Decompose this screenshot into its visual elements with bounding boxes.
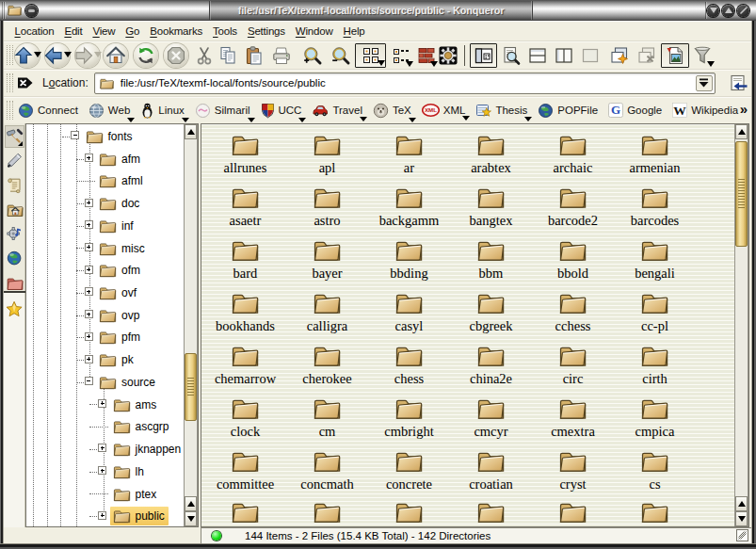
menu-bookmarks[interactable]: Bookmarks xyxy=(145,24,208,39)
folder-clipped[interactable] xyxy=(614,498,696,525)
folder-cmextra[interactable]: cmextra xyxy=(532,395,614,440)
folder-cryst[interactable]: cryst xyxy=(532,447,614,492)
close-button[interactable] xyxy=(737,5,749,17)
folder-chemarrow[interactable]: chemarrow xyxy=(204,342,286,387)
sidebar-tab-services[interactable] xyxy=(5,223,24,246)
menu-help[interactable]: Help xyxy=(338,24,370,39)
cut-button[interactable] xyxy=(193,43,216,68)
folder-clipped[interactable] xyxy=(368,498,450,525)
scrollbar-thumb[interactable] xyxy=(185,353,197,421)
folder-bbding[interactable]: bbding xyxy=(368,236,450,282)
tree-item-public[interactable]: public xyxy=(26,505,187,526)
folder-casyl[interactable]: casyl xyxy=(368,289,450,334)
clear-location-button[interactable] xyxy=(15,73,36,93)
tree-item-fonts[interactable]: fonts xyxy=(26,125,187,148)
folder-bard[interactable]: bard xyxy=(204,236,286,282)
window-menu-folder-icon[interactable] xyxy=(7,3,23,17)
bookmark-google[interactable]: GGoogle xyxy=(605,101,665,120)
view-scrollbar[interactable] xyxy=(734,124,748,526)
location-input[interactable]: file:/usr/TeX/texmf-local/fonts/source/p… xyxy=(94,73,716,94)
bookmark-xml[interactable]: XMLXML xyxy=(419,102,469,119)
folder-committee[interactable]: committee xyxy=(204,447,286,492)
folder-bengali[interactable]: bengali xyxy=(614,236,696,282)
folder-china2e[interactable]: china2e xyxy=(450,342,532,387)
sidebar-tab-devices[interactable] xyxy=(5,150,24,172)
bookmark-web[interactable]: Web xyxy=(86,101,133,121)
sidebar-tab-network[interactable] xyxy=(5,248,24,270)
split-view-horizontal-button[interactable] xyxy=(525,43,550,68)
print-button[interactable] xyxy=(268,43,295,68)
folder-asaetr[interactable]: asaetr xyxy=(204,184,286,229)
zoom-in-button[interactable] xyxy=(298,43,327,68)
tree-item-inf[interactable]: inf xyxy=(26,215,187,237)
folder-arabtex[interactable]: arabtex xyxy=(450,131,532,176)
tree-item-ofm[interactable]: ofm xyxy=(26,259,187,282)
menu-view[interactable]: View xyxy=(88,24,121,39)
folder-chess[interactable]: chess xyxy=(368,342,450,387)
bookmark-connect[interactable]: Connect xyxy=(15,101,81,121)
konqueror-gear-button[interactable] xyxy=(437,43,459,68)
expand-toggle[interactable] xyxy=(98,399,106,408)
expand-toggle[interactable] xyxy=(85,243,93,251)
location-dropdown-button[interactable] xyxy=(696,75,713,91)
folder-cmpica[interactable]: cmpica xyxy=(614,395,696,440)
paste-button[interactable] xyxy=(242,43,266,68)
folder-bbm[interactable]: bbm xyxy=(450,236,532,282)
image-preview-button[interactable] xyxy=(661,43,689,68)
tree-item-jknappen[interactable]: jknappen xyxy=(26,438,187,460)
tree-scrollbar[interactable] xyxy=(184,124,198,526)
folder-apl[interactable]: apl xyxy=(286,131,368,176)
menu-tools[interactable]: Tools xyxy=(208,24,243,39)
folder-backgamm[interactable]: backgamm xyxy=(368,184,450,229)
filter-button[interactable] xyxy=(689,43,715,68)
folder-bayer[interactable]: bayer xyxy=(286,236,368,282)
folder-bookhands[interactable]: bookhands xyxy=(204,289,286,334)
zoom-out-button[interactable] xyxy=(329,43,353,68)
folder-cm[interactable]: cm xyxy=(286,395,368,440)
menu-location[interactable]: Location xyxy=(9,24,59,39)
folder-clock[interactable]: clock xyxy=(204,395,286,440)
tree-item-lh[interactable]: lh xyxy=(26,460,187,483)
linked-view-checkbox-icon[interactable] xyxy=(736,529,748,541)
folder-clipped[interactable] xyxy=(450,498,532,525)
bookmark-popfile[interactable]: POPFile xyxy=(535,101,601,121)
folder-concrete[interactable]: concrete xyxy=(368,447,450,492)
tree-item-source[interactable]: source xyxy=(26,371,187,394)
folder-barcode2[interactable]: barcode2 xyxy=(532,184,614,229)
up-button[interactable] xyxy=(12,43,42,68)
scroll-up-button[interactable] xyxy=(185,124,197,139)
expand-toggle[interactable] xyxy=(85,153,93,162)
column-view-mode-button[interactable] xyxy=(414,43,438,68)
folder-ar[interactable]: ar xyxy=(368,131,450,176)
tree-item-ascgrp[interactable]: ascgrp xyxy=(26,415,187,438)
go-button[interactable] xyxy=(729,73,749,93)
scroll-up-button[interactable] xyxy=(735,124,748,139)
sticky-button[interactable] xyxy=(25,5,38,17)
collapse-toggle[interactable] xyxy=(71,131,79,139)
collapse-toggle[interactable] xyxy=(85,377,93,385)
sidebar-tab-home-directory[interactable] xyxy=(5,199,24,221)
find-file-button[interactable] xyxy=(499,43,523,68)
bookmarks-toolbar-handle[interactable] xyxy=(7,101,13,120)
folder-cchess[interactable]: cchess xyxy=(532,289,614,334)
tree-item-ams[interactable]: ams xyxy=(26,394,187,416)
scrollbar-thumb[interactable] xyxy=(735,141,748,247)
bookmark-tex[interactable]: TeX xyxy=(370,101,414,121)
bookmark-linux[interactable]: Linux xyxy=(137,101,187,121)
expand-toggle[interactable] xyxy=(85,266,93,274)
tree-item-ptex[interactable]: ptex xyxy=(26,483,187,506)
minimize-button[interactable] xyxy=(707,5,719,17)
folder-cirth[interactable]: cirth xyxy=(614,342,696,387)
expand-toggle[interactable] xyxy=(85,287,93,296)
bookmarks-overflow-chevron[interactable]: » xyxy=(740,101,748,117)
forward-button[interactable] xyxy=(72,43,103,68)
folder-cc-pl[interactable]: cc-pl xyxy=(614,289,696,334)
bookmark-wikipedia[interactable]: WWikipedia xyxy=(669,101,741,120)
bookmark-silmaril[interactable]: Silmaril xyxy=(192,101,253,121)
sidebar-tab-bookmarks[interactable] xyxy=(5,299,24,321)
scroll-up-button[interactable] xyxy=(735,496,748,511)
expand-toggle[interactable] xyxy=(98,444,106,452)
expand-toggle[interactable] xyxy=(85,310,93,318)
tree-item-afml[interactable]: afml xyxy=(26,170,187,192)
bookmark-travel[interactable]: Travel xyxy=(309,102,365,120)
